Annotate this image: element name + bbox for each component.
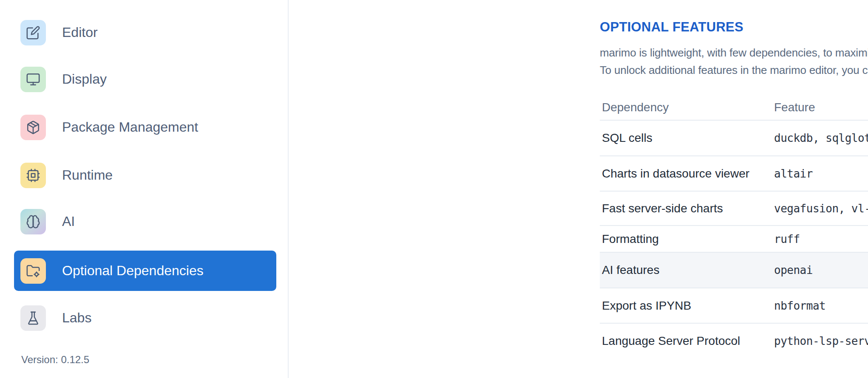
feature-packages: duckdb, sqlglot [774, 132, 868, 144]
dependency-name: Formatting [602, 232, 659, 246]
brain-icon [20, 209, 46, 234]
dependency-name: Charts in datasource viewer [602, 167, 749, 181]
feature-packages: openai [774, 264, 813, 276]
sidebar-item-label: Display [62, 71, 107, 87]
sidebar-item-label: Package Management [62, 119, 198, 135]
feature-packages: nbformat [774, 299, 825, 312]
table-row: Export as IPYNBnbformatInstall with uv [600, 288, 868, 324]
column-header-dependency: Dependency [602, 101, 669, 114]
flask-icon [20, 305, 46, 331]
feature-packages: altair [774, 167, 813, 180]
folder-cog-icon [20, 258, 46, 284]
table-row: Fast server-side chartsvegafusion, vl-co… [600, 192, 868, 226]
dependency-name: AI features [602, 263, 659, 277]
page-title: OPTIONAL FEATURES [600, 20, 743, 35]
sidebar-item-label: AI [62, 214, 75, 229]
sidebar-item-label: Labs [62, 310, 91, 326]
sidebar-item-label: Editor [62, 25, 98, 40]
dependency-name: Export as IPYNB [602, 299, 691, 313]
dependency-name: SQL cells [602, 131, 652, 145]
pencil-square-icon [20, 20, 46, 45]
dependency-name: Fast server-side charts [602, 202, 723, 215]
feature-packages: ruff [774, 233, 800, 245]
sidebar-item-package-management[interactable]: Package Management [14, 107, 276, 147]
table-header-row: Dependency Feature Status [600, 96, 868, 121]
sidebar-item-display[interactable]: Display [14, 59, 276, 99]
sidebar-item-labs[interactable]: Labs [14, 298, 276, 338]
sidebar-item-label: Runtime [62, 167, 113, 183]
dependency-name: Language Server Protocol [602, 334, 740, 348]
sidebar-item-ai[interactable]: AI [14, 201, 276, 242]
table-row: SQL cellsduckdb, sqlglotInstall with uv [600, 121, 868, 156]
sidebar-item-optional-dependencies[interactable]: Optional Dependencies [14, 251, 276, 291]
version-label: Version: 0.12.5 [21, 354, 89, 366]
settings-sidebar: EditorDisplayPackage ManagementRuntimeAI… [0, 0, 289, 378]
panel-description: marimo is lightweight, with few dependen… [600, 44, 868, 79]
description-line-1: marimo is lightweight, with few dependen… [600, 46, 868, 59]
table-row: Charts in datasource vieweraltairInstall… [600, 156, 868, 192]
sidebar-item-editor[interactable]: Editor [14, 12, 276, 53]
cpu-icon [20, 163, 46, 188]
table-row: FormattingruffInstalled [600, 226, 868, 253]
sidebar-item-label: Optional Dependencies [62, 263, 204, 279]
feature-packages: vegafusion, vl-convert-python [774, 202, 868, 215]
description-line-2: To unlock additional features in the mar… [600, 64, 868, 76]
optional-features-panel: OPTIONAL FEATURES marimo is lightweight,… [289, 0, 868, 378]
sidebar-item-runtime[interactable]: Runtime [14, 155, 276, 195]
column-header-feature: Feature [774, 101, 815, 114]
settings-dialog: EditorDisplayPackage ManagementRuntimeAI… [0, 0, 868, 378]
feature-packages: python-lsp-server, websockets [774, 335, 868, 347]
monitor-icon [20, 67, 46, 92]
table-row: Language Server Protocolpython-lsp-serve… [600, 324, 868, 358]
table-row: AI featuresopenaiInstall with uv [600, 253, 868, 288]
package-icon [20, 115, 46, 140]
dependencies-table: Dependency Feature Status SQL cellsduckd… [600, 96, 868, 358]
